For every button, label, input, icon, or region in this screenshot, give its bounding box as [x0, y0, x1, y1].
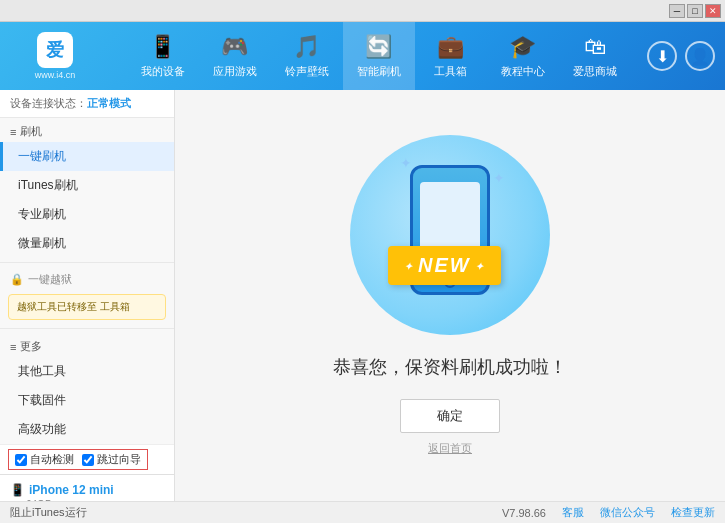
- flash-section-title: 刷机: [20, 124, 42, 139]
- flash-section: ≡ 刷机 一键刷机 iTunes刷机 专业刷机 微量刷机: [0, 118, 174, 258]
- sidebar-item-itunes-flash[interactable]: iTunes刷机: [0, 171, 174, 200]
- new-badge: NEW: [388, 246, 501, 285]
- wechat-link[interactable]: 微信公众号: [600, 505, 655, 520]
- flash-section-header: ≡ 刷机: [0, 118, 174, 142]
- nav-smart-flash[interactable]: 🔄 智能刷机: [343, 22, 415, 90]
- more-section: ≡ 更多 其他工具 下载固件 高级功能: [0, 333, 174, 444]
- version-label: V7.98.66: [502, 507, 546, 519]
- skip-wizard-label: 跳过向导: [97, 452, 141, 467]
- nav-shop-label: 爱思商城: [573, 64, 617, 79]
- nav-tutorial-label: 教程中心: [501, 64, 545, 79]
- success-message: 恭喜您，保资料刷机成功啦！: [333, 355, 567, 379]
- check-update-link[interactable]: 检查更新: [671, 505, 715, 520]
- success-illustration: ✦ ✦ ✦ NEW: [350, 135, 550, 335]
- wallpaper-icon: 🎵: [293, 34, 320, 60]
- auto-detect-checkbox[interactable]: 自动检测: [15, 452, 74, 467]
- app-games-icon: 🎮: [221, 34, 248, 60]
- nav-tutorial[interactable]: 🎓 教程中心: [487, 22, 559, 90]
- title-bar: ─ □ ✕: [0, 0, 725, 22]
- customer-service-link[interactable]: 客服: [562, 505, 584, 520]
- auto-detect-input[interactable]: [15, 454, 27, 466]
- jailbreak-section-title: 🔒 一键越狱: [0, 267, 174, 290]
- maximize-button[interactable]: □: [687, 4, 703, 18]
- nav-my-device-label: 我的设备: [141, 64, 185, 79]
- jailbreak-section: 🔒 一键越狱 越狱工具已转移至 工具箱: [0, 267, 174, 324]
- nav-smart-flash-label: 智能刷机: [357, 64, 401, 79]
- nav-toolbox[interactable]: 💼 工具箱: [415, 22, 487, 90]
- device-status-bar: 设备连接状态：正常模式: [0, 90, 174, 118]
- main-area: 设备连接状态：正常模式 ≡ 刷机 一键刷机 iTunes刷机 专业刷机 微量刷机…: [0, 90, 725, 501]
- bottom-bar: 阻止iTunes运行 V7.98.66 客服 微信公众号 检查更新: [0, 501, 725, 523]
- device-name: 📱 iPhone 12 mini: [10, 483, 164, 497]
- checkbox-container: 自动检测 跳过向导: [0, 444, 174, 474]
- tutorial-icon: 🎓: [509, 34, 536, 60]
- main-content: ✦ ✦ ✦ NEW 恭喜您，保资料刷机成功啦！ 确定 返回首页: [175, 90, 725, 501]
- device-info: 📱 iPhone 12 mini 64GB Down-12mini-13,1: [0, 474, 174, 501]
- confirm-button[interactable]: 确定: [400, 399, 500, 433]
- logo[interactable]: 爱 www.i4.cn: [10, 31, 100, 81]
- jailbreak-label: 一键越狱: [28, 272, 72, 287]
- smart-flash-icon: 🔄: [365, 34, 392, 60]
- shop-icon: 🛍: [584, 34, 606, 60]
- sidebar-item-one-click-flash[interactable]: 一键刷机: [0, 142, 174, 171]
- lock-icon: 🔒: [10, 273, 24, 286]
- device-icon: 📱: [10, 483, 25, 497]
- star-2: ✦: [493, 170, 505, 186]
- device-name-text: iPhone 12 mini: [29, 483, 114, 497]
- header: 爱 www.i4.cn 📱 我的设备 🎮 应用游戏 🎵 铃声壁纸 🔄 智能刷机 …: [0, 22, 725, 90]
- nav-toolbox-label: 工具箱: [434, 64, 467, 79]
- flash-section-icon: ≡: [10, 126, 16, 138]
- nav-shop[interactable]: 🛍 爱思商城: [559, 22, 631, 90]
- nav-app-games-label: 应用游戏: [213, 64, 257, 79]
- status-value: 正常模式: [87, 97, 131, 109]
- star-1: ✦: [400, 155, 412, 171]
- sidebar: 设备连接状态：正常模式 ≡ 刷机 一键刷机 iTunes刷机 专业刷机 微量刷机…: [0, 90, 175, 501]
- sidebar-item-dfu-flash[interactable]: 微量刷机: [0, 229, 174, 258]
- sidebar-item-other-tools[interactable]: 其他工具: [0, 357, 174, 386]
- close-button[interactable]: ✕: [705, 4, 721, 18]
- checkbox-border: 自动检测 跳过向导: [8, 449, 148, 470]
- bottom-left: 阻止iTunes运行: [10, 505, 502, 520]
- auto-detect-label: 自动检测: [30, 452, 74, 467]
- bottom-right: V7.98.66 客服 微信公众号 检查更新: [502, 505, 715, 520]
- nav-app-games[interactable]: 🎮 应用游戏: [199, 22, 271, 90]
- itunes-action[interactable]: 阻止iTunes运行: [10, 505, 87, 520]
- logo-url: www.i4.cn: [35, 70, 76, 80]
- nav-wallpaper[interactable]: 🎵 铃声壁纸: [271, 22, 343, 90]
- sidebar-item-advanced[interactable]: 高级功能: [0, 415, 174, 444]
- logo-icon: 爱: [37, 32, 73, 68]
- more-section-title: 更多: [20, 339, 42, 354]
- return-home-link[interactable]: 返回首页: [428, 441, 472, 456]
- more-section-icon: ≡: [10, 341, 16, 353]
- download-button[interactable]: ⬇: [647, 41, 677, 71]
- nav-bar: 📱 我的设备 🎮 应用游戏 🎵 铃声壁纸 🔄 智能刷机 💼 工具箱 🎓 教程中心…: [110, 22, 647, 90]
- my-device-icon: 📱: [149, 34, 176, 60]
- skip-wizard-checkbox[interactable]: 跳过向导: [82, 452, 141, 467]
- more-section-header: ≡ 更多: [0, 333, 174, 357]
- nav-my-device[interactable]: 📱 我的设备: [127, 22, 199, 90]
- window-controls: ─ □ ✕: [669, 4, 721, 18]
- toolbox-icon: 💼: [437, 34, 464, 60]
- sidebar-item-pro-flash[interactable]: 专业刷机: [0, 200, 174, 229]
- sidebar-item-download-firmware[interactable]: 下载固件: [0, 386, 174, 415]
- minimize-button[interactable]: ─: [669, 4, 685, 18]
- device-storage: 64GB: [10, 499, 164, 501]
- user-button[interactable]: 👤: [685, 41, 715, 71]
- jailbreak-warning: 越狱工具已转移至 工具箱: [8, 294, 166, 320]
- skip-wizard-input[interactable]: [82, 454, 94, 466]
- status-label: 设备连接状态：: [10, 97, 87, 109]
- sidebar-divider-1: [0, 262, 174, 263]
- header-right-controls: ⬇ 👤: [647, 41, 715, 71]
- nav-wallpaper-label: 铃声壁纸: [285, 64, 329, 79]
- sidebar-divider-2: [0, 328, 174, 329]
